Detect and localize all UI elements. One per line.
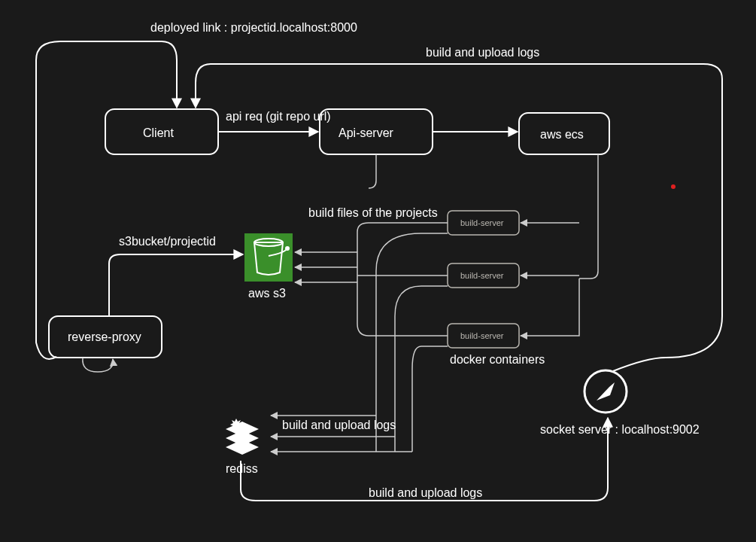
label-docker-containers: docker containers — [450, 353, 545, 366]
socket-server-icon — [584, 370, 627, 413]
edge-proxy-self — [83, 358, 113, 372]
edge-bs3-redis-branch — [412, 346, 421, 452]
cursor-dot-icon — [671, 184, 676, 189]
rediss-icon — [226, 419, 259, 455]
label-build-server-1: build-server — [460, 218, 504, 227]
label-build-server-2: build-server — [460, 271, 504, 280]
label-build-upload-logs-bottom: build and upload logs — [369, 486, 482, 499]
edge-bs-trunk — [357, 223, 448, 282]
label-aws-ecs: aws ecs — [540, 128, 584, 141]
label-build-upload-logs-mid: build and upload logs — [282, 419, 396, 431]
edge-api-down — [369, 154, 376, 188]
label-aws-s3: aws s3 — [248, 287, 286, 300]
label-build-files: build files of the projects — [308, 206, 438, 219]
edge-proxy-s3 — [109, 254, 243, 316]
label-rediss: rediss — [226, 462, 258, 475]
label-socket-server: socket server : localhost:9002 — [540, 423, 700, 436]
label-s3-path: s3bucket/projectid — [119, 235, 216, 248]
edge-ecs-fan — [579, 154, 598, 279]
aws-s3-icon — [244, 233, 293, 282]
label-build-server-3: build-server — [460, 331, 504, 340]
edge-bs3-join — [357, 282, 448, 336]
label-reverse-proxy: reverse-proxy — [68, 330, 141, 343]
edge-bs2-redis-branch — [395, 286, 421, 452]
label-api-server: Api-server — [339, 126, 394, 139]
svg-point-2 — [285, 246, 290, 251]
label-build-upload-logs-top: build and upload logs — [426, 46, 539, 59]
label-client: Client — [143, 126, 174, 139]
label-deployed-link: deployed link : projectid.localhost:8000 — [150, 21, 357, 34]
edge-ecs-bs3 — [521, 279, 579, 336]
label-api-req: api req (git repo url) — [226, 110, 331, 123]
edge-proxy-client — [36, 41, 177, 359]
